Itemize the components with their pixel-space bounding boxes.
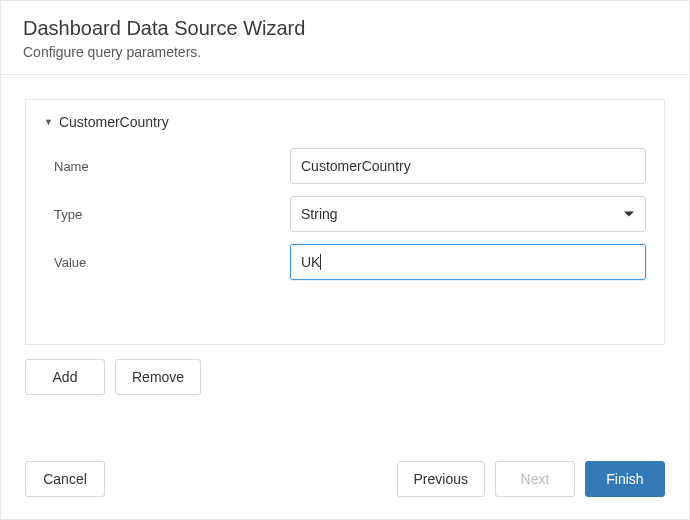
row-value: Value UK	[44, 244, 646, 280]
param-buttons: Add Remove	[25, 359, 665, 395]
name-input[interactable]	[290, 148, 646, 184]
label-type: Type	[54, 207, 290, 222]
finish-button[interactable]: Finish	[585, 461, 665, 497]
type-select-value: String	[301, 206, 338, 222]
wizard-header: Dashboard Data Source Wizard Configure q…	[1, 1, 689, 75]
wizard-title: Dashboard Data Source Wizard	[23, 17, 667, 40]
value-input-text: UK	[301, 254, 320, 270]
type-select[interactable]: String	[290, 196, 646, 232]
value-input[interactable]: UK	[290, 244, 646, 280]
text-cursor	[320, 254, 321, 270]
remove-button[interactable]: Remove	[115, 359, 201, 395]
previous-button[interactable]: Previous	[397, 461, 485, 497]
next-button: Next	[495, 461, 575, 497]
wizard-subtitle: Configure query parameters.	[23, 44, 667, 60]
parameters-panel: ▼ CustomerCountry Name Type String	[25, 99, 665, 345]
row-type: Type String	[44, 196, 646, 232]
add-button[interactable]: Add	[25, 359, 105, 395]
wizard-body: ▼ CustomerCountry Name Type String	[1, 75, 689, 461]
label-value: Value	[54, 255, 290, 270]
wizard-footer: Cancel Previous Next Finish	[1, 461, 689, 519]
triangle-down-icon: ▼	[44, 118, 53, 127]
wizard-dialog: Dashboard Data Source Wizard Configure q…	[0, 0, 690, 520]
row-name: Name	[44, 148, 646, 184]
cancel-button[interactable]: Cancel	[25, 461, 105, 497]
label-name: Name	[54, 159, 290, 174]
parameter-display-name: CustomerCountry	[59, 114, 169, 130]
parameter-expander[interactable]: ▼ CustomerCountry	[44, 114, 646, 130]
